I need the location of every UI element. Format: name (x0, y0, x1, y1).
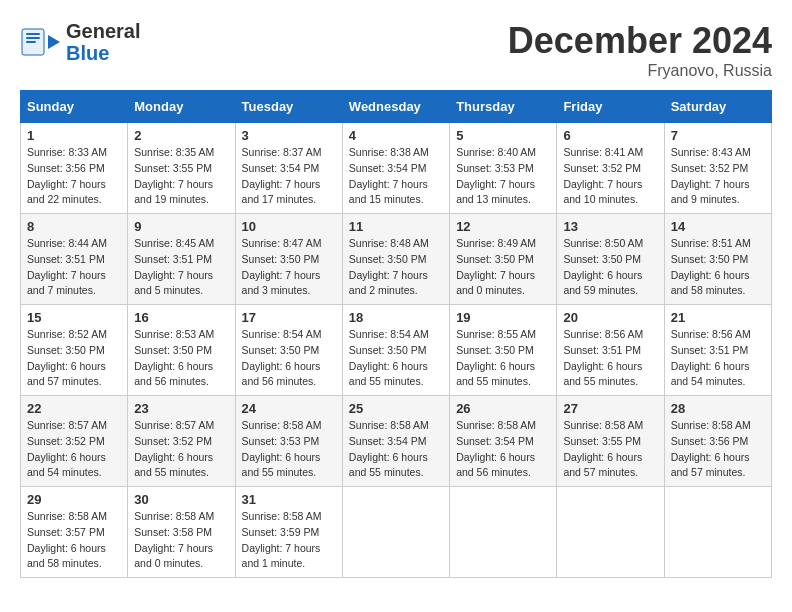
calendar-cell: 23Sunrise: 8:57 AMSunset: 3:52 PMDayligh… (128, 396, 235, 487)
calendar-week-row-5: 29Sunrise: 8:58 AMSunset: 3:57 PMDayligh… (21, 487, 772, 578)
calendar-cell: 28Sunrise: 8:58 AMSunset: 3:56 PMDayligh… (664, 396, 771, 487)
day-number: 4 (349, 128, 443, 143)
day-info: Sunrise: 8:58 AMSunset: 3:54 PMDaylight:… (456, 418, 550, 481)
day-info: Sunrise: 8:53 AMSunset: 3:50 PMDaylight:… (134, 327, 228, 390)
day-info: Sunrise: 8:48 AMSunset: 3:50 PMDaylight:… (349, 236, 443, 299)
calendar-cell: 15Sunrise: 8:52 AMSunset: 3:50 PMDayligh… (21, 305, 128, 396)
day-info: Sunrise: 8:58 AMSunset: 3:53 PMDaylight:… (242, 418, 336, 481)
calendar-cell: 6Sunrise: 8:41 AMSunset: 3:52 PMDaylight… (557, 123, 664, 214)
calendar-cell: 9Sunrise: 8:45 AMSunset: 3:51 PMDaylight… (128, 214, 235, 305)
day-info: Sunrise: 8:35 AMSunset: 3:55 PMDaylight:… (134, 145, 228, 208)
svg-rect-1 (26, 33, 40, 35)
day-info: Sunrise: 8:37 AMSunset: 3:54 PMDaylight:… (242, 145, 336, 208)
calendar-cell: 30Sunrise: 8:58 AMSunset: 3:58 PMDayligh… (128, 487, 235, 578)
calendar-cell: 3Sunrise: 8:37 AMSunset: 3:54 PMDaylight… (235, 123, 342, 214)
calendar-cell (664, 487, 771, 578)
day-number: 29 (27, 492, 121, 507)
calendar-cell: 11Sunrise: 8:48 AMSunset: 3:50 PMDayligh… (342, 214, 449, 305)
day-number: 2 (134, 128, 228, 143)
day-number: 20 (563, 310, 657, 325)
day-info: Sunrise: 8:45 AMSunset: 3:51 PMDaylight:… (134, 236, 228, 299)
svg-rect-3 (26, 41, 36, 43)
calendar-week-row-1: 1Sunrise: 8:33 AMSunset: 3:56 PMDaylight… (21, 123, 772, 214)
day-info: Sunrise: 8:54 AMSunset: 3:50 PMDaylight:… (349, 327, 443, 390)
calendar-cell: 10Sunrise: 8:47 AMSunset: 3:50 PMDayligh… (235, 214, 342, 305)
header-sunday: Sunday (21, 91, 128, 123)
calendar-cell: 20Sunrise: 8:56 AMSunset: 3:51 PMDayligh… (557, 305, 664, 396)
calendar-cell (557, 487, 664, 578)
calendar-cell: 8Sunrise: 8:44 AMSunset: 3:51 PMDaylight… (21, 214, 128, 305)
day-info: Sunrise: 8:58 AMSunset: 3:56 PMDaylight:… (671, 418, 765, 481)
day-number: 13 (563, 219, 657, 234)
day-info: Sunrise: 8:57 AMSunset: 3:52 PMDaylight:… (27, 418, 121, 481)
day-info: Sunrise: 8:33 AMSunset: 3:56 PMDaylight:… (27, 145, 121, 208)
day-number: 27 (563, 401, 657, 416)
calendar-cell: 4Sunrise: 8:38 AMSunset: 3:54 PMDaylight… (342, 123, 449, 214)
calendar-week-row-2: 8Sunrise: 8:44 AMSunset: 3:51 PMDaylight… (21, 214, 772, 305)
calendar-week-row-4: 22Sunrise: 8:57 AMSunset: 3:52 PMDayligh… (21, 396, 772, 487)
calendar-cell (342, 487, 449, 578)
calendar-cell: 7Sunrise: 8:43 AMSunset: 3:52 PMDaylight… (664, 123, 771, 214)
day-info: Sunrise: 8:44 AMSunset: 3:51 PMDaylight:… (27, 236, 121, 299)
logo: General Blue (20, 20, 140, 64)
day-info: Sunrise: 8:50 AMSunset: 3:50 PMDaylight:… (563, 236, 657, 299)
day-number: 28 (671, 401, 765, 416)
day-number: 14 (671, 219, 765, 234)
day-number: 16 (134, 310, 228, 325)
calendar-cell: 22Sunrise: 8:57 AMSunset: 3:52 PMDayligh… (21, 396, 128, 487)
day-info: Sunrise: 8:56 AMSunset: 3:51 PMDaylight:… (563, 327, 657, 390)
calendar-cell: 14Sunrise: 8:51 AMSunset: 3:50 PMDayligh… (664, 214, 771, 305)
day-number: 24 (242, 401, 336, 416)
header-friday: Friday (557, 91, 664, 123)
calendar-header-row: Sunday Monday Tuesday Wednesday Thursday… (21, 91, 772, 123)
calendar-cell: 29Sunrise: 8:58 AMSunset: 3:57 PMDayligh… (21, 487, 128, 578)
header-wednesday: Wednesday (342, 91, 449, 123)
day-number: 25 (349, 401, 443, 416)
calendar-cell (450, 487, 557, 578)
calendar-cell: 31Sunrise: 8:58 AMSunset: 3:59 PMDayligh… (235, 487, 342, 578)
day-number: 30 (134, 492, 228, 507)
day-number: 15 (27, 310, 121, 325)
calendar-cell: 25Sunrise: 8:58 AMSunset: 3:54 PMDayligh… (342, 396, 449, 487)
svg-rect-2 (26, 37, 40, 39)
day-number: 26 (456, 401, 550, 416)
day-number: 6 (563, 128, 657, 143)
day-info: Sunrise: 8:41 AMSunset: 3:52 PMDaylight:… (563, 145, 657, 208)
day-number: 17 (242, 310, 336, 325)
title-block: December 2024 Fryanovo, Russia (508, 20, 772, 80)
calendar-table: Sunday Monday Tuesday Wednesday Thursday… (20, 90, 772, 578)
day-number: 31 (242, 492, 336, 507)
calendar-cell: 24Sunrise: 8:58 AMSunset: 3:53 PMDayligh… (235, 396, 342, 487)
page-header: General Blue December 2024 Fryanovo, Rus… (20, 20, 772, 80)
day-info: Sunrise: 8:57 AMSunset: 3:52 PMDaylight:… (134, 418, 228, 481)
svg-marker-4 (48, 35, 60, 49)
day-number: 10 (242, 219, 336, 234)
day-info: Sunrise: 8:51 AMSunset: 3:50 PMDaylight:… (671, 236, 765, 299)
calendar-cell: 13Sunrise: 8:50 AMSunset: 3:50 PMDayligh… (557, 214, 664, 305)
calendar-cell: 12Sunrise: 8:49 AMSunset: 3:50 PMDayligh… (450, 214, 557, 305)
calendar-cell: 21Sunrise: 8:56 AMSunset: 3:51 PMDayligh… (664, 305, 771, 396)
day-info: Sunrise: 8:58 AMSunset: 3:57 PMDaylight:… (27, 509, 121, 572)
day-info: Sunrise: 8:56 AMSunset: 3:51 PMDaylight:… (671, 327, 765, 390)
calendar-week-row-3: 15Sunrise: 8:52 AMSunset: 3:50 PMDayligh… (21, 305, 772, 396)
day-number: 18 (349, 310, 443, 325)
day-info: Sunrise: 8:58 AMSunset: 3:55 PMDaylight:… (563, 418, 657, 481)
day-info: Sunrise: 8:49 AMSunset: 3:50 PMDaylight:… (456, 236, 550, 299)
day-number: 3 (242, 128, 336, 143)
calendar-cell: 1Sunrise: 8:33 AMSunset: 3:56 PMDaylight… (21, 123, 128, 214)
header-saturday: Saturday (664, 91, 771, 123)
header-tuesday: Tuesday (235, 91, 342, 123)
day-number: 1 (27, 128, 121, 143)
header-thursday: Thursday (450, 91, 557, 123)
day-number: 5 (456, 128, 550, 143)
calendar-cell: 26Sunrise: 8:58 AMSunset: 3:54 PMDayligh… (450, 396, 557, 487)
day-number: 23 (134, 401, 228, 416)
day-number: 9 (134, 219, 228, 234)
month-title: December 2024 (508, 20, 772, 62)
day-info: Sunrise: 8:54 AMSunset: 3:50 PMDaylight:… (242, 327, 336, 390)
calendar-cell: 5Sunrise: 8:40 AMSunset: 3:53 PMDaylight… (450, 123, 557, 214)
day-number: 7 (671, 128, 765, 143)
day-number: 21 (671, 310, 765, 325)
day-info: Sunrise: 8:47 AMSunset: 3:50 PMDaylight:… (242, 236, 336, 299)
day-info: Sunrise: 8:40 AMSunset: 3:53 PMDaylight:… (456, 145, 550, 208)
